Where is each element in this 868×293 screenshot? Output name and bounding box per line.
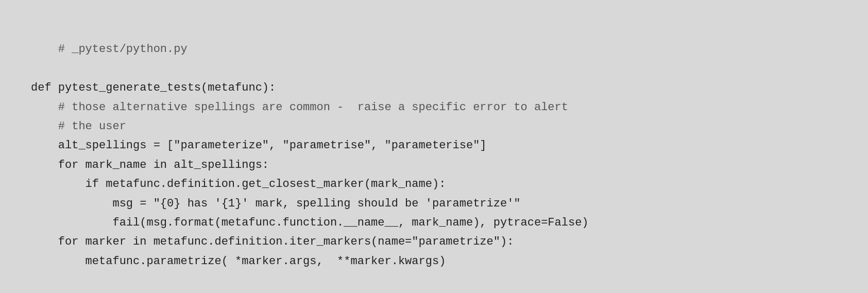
- code-line-10: fail(msg.format(metafunc.function.__name…: [31, 216, 589, 229]
- code-line-11: for marker in metafunc.definition.iter_m…: [31, 235, 514, 248]
- code-line-7: for mark_name in alt_spellings:: [31, 159, 269, 171]
- code-line-1: # _pytest/python.py: [58, 43, 188, 56]
- code-block: # _pytest/python.py def pytest_generate_…: [31, 21, 837, 290]
- code-line-6: alt_spellings = ["parameterize", "parame…: [31, 139, 487, 152]
- code-line-12: metafunc.parametrize( *marker.args, **ma…: [31, 255, 446, 268]
- code-line-8: if metafunc.definition.get_closest_marke…: [31, 178, 446, 191]
- code-line-4: # those alternative spellings are common…: [31, 101, 568, 114]
- code-container: # _pytest/python.py def pytest_generate_…: [0, 0, 868, 293]
- code-line-3: def pytest_generate_tests(metafunc):: [31, 81, 276, 94]
- code-line-9: msg = "{0} has '{1}' mark, spelling shou…: [31, 197, 521, 210]
- code-line-5: # the user: [31, 120, 126, 133]
- code-line-2: [31, 62, 38, 75]
